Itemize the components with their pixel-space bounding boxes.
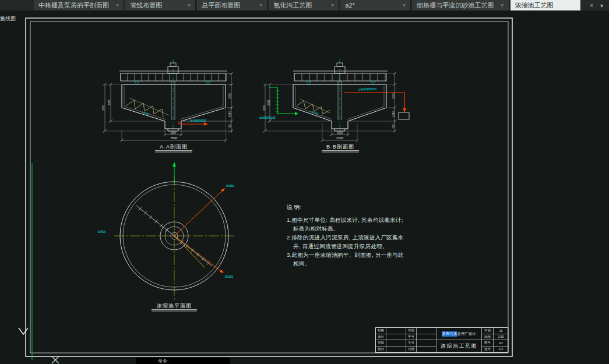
tab-close-icon[interactable]: ×	[403, 2, 406, 8]
drawing-tab-bar: 中格栅及泵房的平剖面图 × 管线布置图 × 总平面布置图 × 氧化沟工艺图 × …	[0, 0, 609, 11]
note-line: 井, 再通过回流管进回提升泵房处理。	[287, 242, 435, 250]
command-bar[interactable]: 命令:	[136, 358, 230, 364]
titleblock-cell: 1:50	[494, 334, 509, 341]
titleblock-cell: J6	[494, 328, 509, 334]
tab-menu-chevron-icon[interactable]: ▾	[600, 2, 603, 9]
tab-label: 中格栅及泵房的平剖面图	[38, 1, 109, 10]
tab-close-icon[interactable]: ×	[116, 2, 119, 8]
tab-xigeshan-chenshachi[interactable]: 细格栅与平流沉砂池工艺图 ×	[412, 0, 509, 10]
titleblock-project: 某市污水处理厂设计	[436, 328, 482, 340]
titleblock-cell	[417, 328, 436, 334]
titleblock-cell	[417, 340, 436, 347]
dim-label: 2240	[267, 99, 270, 105]
tab-close-icon[interactable]: ×	[188, 2, 191, 8]
titleblock-cell: 比例	[482, 334, 494, 341]
notes-block: 说 明: 1.图中尺寸单位: 高程以米计, 其余均以毫米计; 标高为相对标高。 …	[287, 203, 435, 268]
tab-label: 浓缩池工艺图	[515, 1, 554, 10]
drawing-canvas[interactable]: 2240 3000 1500 1040 720 1500 7500 i=0.05…	[0, 10, 609, 364]
tab-yanghuagou[interactable]: 氧化沟工艺图 ×	[269, 0, 339, 10]
tab-close-icon[interactable]: ×	[501, 2, 504, 8]
dim-label: 1500	[228, 93, 231, 99]
dim-label: 2200	[336, 136, 343, 140]
titleblock-cell: 审核	[376, 340, 386, 347]
titleblock-cell: A2	[494, 340, 509, 347]
titleblock-cell: 制图	[376, 328, 386, 334]
note-line: 标高为相对标高。	[287, 224, 435, 233]
titleblock-cell	[386, 340, 406, 347]
dim-label: 1040	[228, 111, 231, 117]
notes-title: 说 明:	[287, 203, 435, 211]
titleblock-cell: 班别	[482, 328, 494, 334]
dim-label: 720	[392, 124, 395, 129]
viewport-label: 雅线图	[0, 15, 16, 23]
section-bb-drawing: 2240 3000 1500 1040 720 1500 2200 i=0.05…	[259, 59, 409, 153]
section-aa-title: A-A剖面图	[160, 144, 188, 150]
titleblock-cell: 1/2	[494, 347, 509, 353]
title-block: 制图 班级 设计 学号 审核 专业 校对 日期 某市污水处理厂设计 浓缩池工艺图…	[375, 327, 508, 353]
close-tab-icon[interactable]: ×	[590, 2, 593, 9]
titleblock-cell: 校对	[376, 347, 386, 353]
dim-label: 7500	[170, 136, 177, 140]
titleblock-cell: 班级	[406, 328, 417, 334]
titleblock-drawing-name: 浓缩池工艺图	[436, 340, 482, 352]
tab-label: 管线布置图	[130, 1, 162, 10]
titleblock-cell: 专业	[406, 340, 417, 347]
titleblock-cell	[417, 347, 436, 353]
titleblock-cell	[386, 328, 406, 334]
pipe-label: 进泥管DN150	[259, 116, 276, 119]
dim-label: 1500	[337, 132, 343, 135]
titleblock-project-rest: 处理厂设计	[457, 331, 476, 337]
tab-close-icon[interactable]: ×	[259, 2, 262, 8]
pipe-label: 排泥管DN200	[189, 119, 206, 122]
note-line: 3.此图为一座浓缩池的平、剖面图, 另一座与此	[287, 250, 435, 259]
tab-guanxian-buzhi[interactable]: 管线布置图 ×	[125, 0, 196, 10]
dim-label: 720	[228, 124, 231, 129]
crosshair-cursor	[52, 356, 59, 363]
titleblock-cell: 日期	[406, 347, 417, 353]
chevron-marker-icon	[19, 328, 28, 334]
note-line: 相同。	[287, 259, 435, 268]
titleblock-project-highlight: 某市污水	[442, 331, 457, 337]
tab-nongsuochi-active[interactable]: 浓缩池工艺图	[511, 0, 581, 10]
plan-view-title: 浓缩池平面图	[157, 303, 192, 309]
plan-view-drawing: Φ7500 DN150 DN200 浓缩池平面图	[98, 162, 235, 312]
tab-label: 氧化沟工艺图	[273, 1, 312, 10]
titleblock-cell: 图号	[482, 340, 494, 347]
titleblock-cell	[386, 334, 406, 341]
tab-zhonggeshan-bengfang[interactable]: 中格栅及泵房的平剖面图 ×	[34, 0, 124, 10]
tab-label: a2*	[345, 2, 355, 9]
titleblock-cell: 学号	[406, 334, 417, 341]
section-aa-drawing: 2240 3000 1500 1040 720 1500 7500 i=0.05…	[102, 59, 233, 153]
dim-label: Φ7500	[98, 231, 106, 234]
tab-close-icon[interactable]: ×	[331, 2, 334, 8]
sheet-frame	[26, 18, 512, 356]
dim-label: 1500	[170, 132, 177, 135]
note-line: 2.排除的泥进入污泥泵房, 上清液进入厂区集水	[287, 233, 435, 242]
model-space[interactable]: 2240 3000 1500 1040 720 1500 7500 i=0.05…	[0, 10, 609, 364]
pipe-label: DN200	[225, 275, 234, 278]
dim-label: 1040	[392, 111, 395, 117]
titleblock-cell	[386, 347, 406, 353]
pipe-label: 上清液管DN150	[358, 87, 377, 91]
dim-label: 3000	[263, 104, 266, 111]
tab-zongpingmian-buzhi[interactable]: 总平面布置图 ×	[197, 0, 267, 10]
note-line: 1.图中尺寸单位: 高程以米计, 其余均以毫米计;	[287, 215, 435, 224]
tab-label: 总平面布置图	[202, 1, 240, 10]
titleblock-cell: 张号	[482, 347, 494, 353]
titleblock-cell: 设计	[376, 334, 386, 341]
dim-label: 2240	[108, 99, 111, 105]
section-bb-title: B-B剖面图	[326, 144, 354, 150]
dim-label: 3000	[102, 104, 105, 111]
tabbar-controls: × ▾	[584, 0, 609, 10]
tab-label: 细格栅与平流沉砂池工艺图	[417, 1, 494, 10]
dim-label: 1500	[392, 93, 395, 99]
tabbar-lead-spacer	[0, 0, 34, 10]
titleblock-cell	[417, 334, 436, 341]
pipe-label: DN150	[226, 185, 235, 188]
tab-a2[interactable]: a2* ×	[340, 0, 411, 10]
